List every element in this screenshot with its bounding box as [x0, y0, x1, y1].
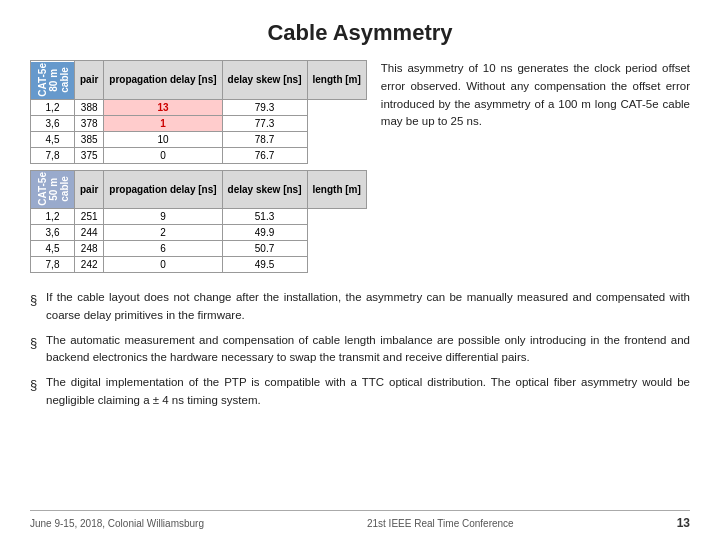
footer: June 9-15, 2018, Colonial Williamsburg 2…	[30, 510, 690, 530]
bullet-symbol-3: §	[30, 375, 46, 395]
table-80m: CAT-5e80 mcable pair propagation delay […	[30, 60, 367, 164]
footer-center: 21st IEEE Real Time Conference	[367, 518, 514, 529]
slide: Cable Asymmetry CAT-5e80 mcable pair pro…	[0, 0, 720, 540]
col-pair-header: pair	[75, 61, 104, 100]
bullet-item-3: § The digital implementation of the PTP …	[30, 374, 690, 409]
footer-left: June 9-15, 2018, Colonial Williamsburg	[30, 518, 204, 529]
tables-block: CAT-5e80 mcable pair propagation delay […	[30, 60, 367, 273]
table-50m: CAT-5e50 mcable pair propagation delay […	[30, 170, 367, 274]
table-row: 7,8 242 0 49.5	[31, 257, 367, 273]
bullet-symbol-1: §	[30, 290, 46, 310]
bullet-item-1: § If the cable layout does not change af…	[30, 289, 690, 324]
cable-80-label: CAT-5e80 mcable	[31, 61, 75, 100]
footer-page: 13	[677, 516, 690, 530]
bullet-text-3: The digital implementation of the PTP is…	[46, 374, 690, 409]
top-section: CAT-5e80 mcable pair propagation delay […	[30, 60, 690, 273]
description-text: This asymmetry of 10 ns generates the cl…	[381, 62, 690, 127]
col-propdelay-header-2: propagation delay [ns]	[104, 170, 222, 209]
table-row: 4,5 385 10 78.7	[31, 131, 367, 147]
bullet-symbol-2: §	[30, 333, 46, 353]
col-propdelay-header: propagation delay [ns]	[104, 61, 222, 100]
table-row: 7,8 375 0 76.7	[31, 147, 367, 163]
page-title: Cable Asymmetry	[30, 20, 690, 46]
cable-50-label: CAT-5e50 mcable	[31, 170, 75, 209]
description-block: This asymmetry of 10 ns generates the cl…	[381, 60, 690, 273]
bullet-text-1: If the cable layout does not change afte…	[46, 289, 690, 324]
table-row: 3,6 244 2 49.9	[31, 225, 367, 241]
col-delayskew-header: delay skew [ns]	[222, 61, 307, 100]
col-delayskew-header-2: delay skew [ns]	[222, 170, 307, 209]
table-row: 3,6 378 1 77.3	[31, 115, 367, 131]
bullet-text-2: The automatic measurement and compensati…	[46, 332, 690, 367]
bullets-section: § If the cable layout does not change af…	[30, 289, 690, 417]
table-row: 1,2 251 9 51.3	[31, 209, 367, 225]
table-row: 4,5 248 6 50.7	[31, 241, 367, 257]
col-length-header-2: length [m]	[307, 170, 366, 209]
bullet-item-2: § The automatic measurement and compensa…	[30, 332, 690, 367]
col-pair-header-2: pair	[75, 170, 104, 209]
table-row: 1,2 388 13 79.3	[31, 99, 367, 115]
col-length-header: length [m]	[307, 61, 366, 100]
